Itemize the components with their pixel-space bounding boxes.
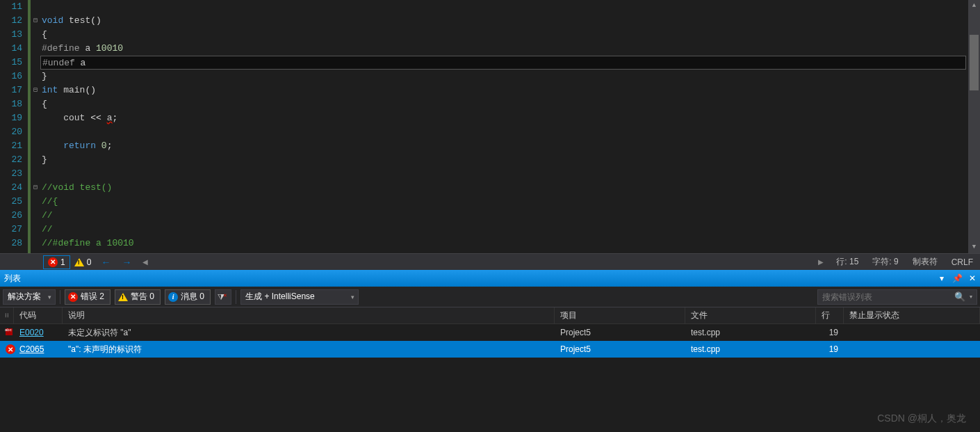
error-indicator[interactable]: ✕ 1 [43, 255, 70, 269]
fold-toggle [31, 153, 40, 167]
code-line[interactable] [40, 0, 980, 14]
error-icon: ✕ [48, 257, 58, 267]
col-line[interactable]: 行 [816, 307, 844, 323]
fold-toggle [31, 111, 40, 125]
toolbar-divider [60, 290, 60, 304]
scope-combo[interactable]: 解决方案 [3, 289, 56, 305]
panel-close-icon[interactable]: ✕ [965, 273, 980, 283]
messages-filter-button[interactable]: i 消息 0 [165, 289, 211, 305]
col-file[interactable]: 文件 [685, 307, 816, 323]
col-code[interactable]: 代码 [14, 307, 63, 323]
error-row[interactable]: ✕C2065"a": 未声明的标识符Project5test.cpp19 [0, 341, 980, 358]
panel-dropdown-icon[interactable]: ▾ [934, 273, 949, 283]
code-line[interactable]: return 0; [40, 139, 980, 153]
code-line[interactable]: //void test() [40, 181, 980, 195]
code-line[interactable] [40, 167, 980, 181]
fold-toggle [31, 125, 40, 139]
error-count: 1 [60, 257, 65, 267]
code-line[interactable]: { [40, 97, 980, 111]
warning-icon [118, 293, 128, 301]
fold-toggle [31, 195, 40, 209]
error-row[interactable]: E0020未定义标识符 "a"Project5test.cpp19 [0, 324, 980, 341]
eol-mode[interactable]: CRLF [945, 257, 980, 267]
code-content[interactable]: void test(){#define a 10010#undef a}int … [40, 0, 980, 253]
fold-toggle [31, 28, 40, 42]
fold-toggle [31, 223, 40, 237]
cursor-line: 行: 15 [829, 256, 865, 268]
col-desc[interactable]: 说明 [63, 307, 555, 323]
error-list-table: ⁝⁝ 代码 说明 项目 文件 行 禁止显示状态 E0020未定义标识符 "a"P… [0, 307, 980, 358]
col-icon[interactable]: ⁝⁝ [0, 307, 14, 323]
error-code-link[interactable]: E0020 [19, 328, 44, 337]
scope-combo-label: 解决方案 [8, 291, 41, 303]
code-line[interactable]: // [40, 223, 980, 237]
code-editor[interactable]: 111213141516171819202122232425262728 ⊟⊟⊟… [0, 0, 980, 253]
error-search-box[interactable]: 🔍 ▾ [817, 289, 977, 305]
build-intellisense-combo[interactable]: 生成 + IntelliSense [240, 289, 359, 305]
hscroll-right-icon[interactable]: ▶ [812, 258, 829, 266]
warnings-filter-label: 警告 0 [131, 291, 154, 303]
scroll-up-arrow[interactable]: ▲ [968, 0, 980, 12]
fold-toggle[interactable]: ⊟ [31, 83, 40, 97]
info-icon: i [168, 292, 178, 302]
nav-back-icon[interactable]: ← [95, 257, 116, 268]
indent-mode[interactable]: 制表符 [906, 256, 945, 268]
code-line[interactable]: } [40, 70, 980, 83]
error-list-toolbar: 解决方案 ✕ 错误 2 警告 0 i 消息 0 生成 + IntelliSens… [0, 287, 980, 307]
scroll-thumb[interactable] [970, 35, 979, 90]
fold-toggle [31, 70, 40, 83]
code-line[interactable]: //#define a 10010 [40, 237, 980, 250]
code-line[interactable]: void test() [40, 14, 980, 28]
fold-toggle[interactable]: ⊟ [31, 14, 40, 28]
nav-forward-icon[interactable]: → [116, 257, 137, 268]
toolbar-divider [236, 290, 236, 304]
code-line[interactable] [40, 125, 980, 139]
fold-toggle [31, 97, 40, 111]
search-dropdown-icon[interactable]: ▾ [967, 294, 972, 300]
editor-statusbar: ✕ 1 0 ← → ◀ ▶ 行: 15 字符: 9 制表符 CRLF [0, 253, 980, 270]
warning-count: 0 [87, 257, 92, 267]
hscroll-left-icon[interactable]: ◀ [137, 258, 154, 266]
code-line[interactable]: cout << a; [40, 111, 980, 125]
errors-filter-button[interactable]: ✕ 错误 2 [65, 289, 111, 305]
panel-title: 列表 [4, 273, 934, 285]
watermark-text: CSDN @桐人，奥龙 [877, 413, 966, 425]
clear-filter-button[interactable] [215, 289, 231, 305]
funnel-x-icon [218, 292, 229, 302]
warning-icon [74, 258, 84, 266]
fold-toggle [31, 209, 40, 223]
fold-toggle[interactable]: ⊟ [31, 181, 40, 195]
warning-indicator[interactable]: 0 [70, 254, 96, 270]
fold-toggle [31, 0, 40, 14]
errors-filter-label: 错误 2 [81, 291, 104, 303]
fold-toggle [31, 237, 40, 250]
col-suppress[interactable]: 禁止显示状态 [844, 307, 980, 323]
intellisense-icon [6, 328, 13, 335]
fold-column[interactable]: ⊟⊟⊟ [31, 0, 40, 253]
code-line[interactable]: #undef a [40, 56, 966, 70]
scroll-down-arrow[interactable]: ▼ [968, 241, 980, 253]
fold-toggle [31, 42, 40, 56]
error-icon: ✕ [68, 292, 78, 302]
code-line[interactable]: #define a 10010 [40, 42, 980, 56]
code-line[interactable]: int main() [40, 83, 980, 97]
error-code-link[interactable]: C2065 [19, 344, 44, 354]
panel-pin-icon[interactable]: 📌 [949, 273, 965, 283]
search-icon[interactable]: 🔍 [953, 291, 967, 302]
code-line[interactable]: { [40, 28, 980, 42]
fold-toggle [31, 167, 40, 181]
col-proj[interactable]: 项目 [555, 307, 685, 323]
code-line[interactable]: // [40, 209, 980, 223]
error-table-header[interactable]: ⁝⁝ 代码 说明 项目 文件 行 禁止显示状态 [0, 307, 980, 324]
vertical-scrollbar[interactable]: ▲ ▼ [968, 0, 980, 253]
cursor-col: 字符: 9 [865, 256, 905, 268]
code-line[interactable]: //{ [40, 195, 980, 209]
error-search-input[interactable] [822, 292, 953, 302]
fold-toggle [31, 56, 40, 70]
line-number-gutter: 111213141516171819202122232425262728 [0, 0, 28, 253]
build-combo-label: 生成 + IntelliSense [245, 291, 315, 303]
messages-filter-label: 消息 0 [181, 291, 204, 303]
error-list-titlebar: 列表 ▾ 📌 ✕ [0, 270, 980, 287]
code-line[interactable]: } [40, 153, 980, 167]
warnings-filter-button[interactable]: 警告 0 [115, 289, 161, 305]
